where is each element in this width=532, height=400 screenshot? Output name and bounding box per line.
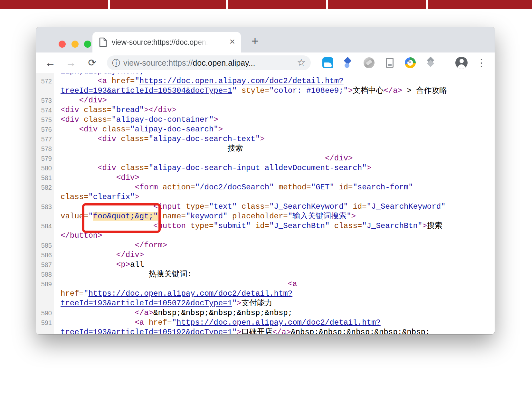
window-zoom-button[interactable] — [84, 41, 91, 48]
syntax-attr-name: class= — [242, 202, 269, 211]
syntax-tag: > — [158, 73, 162, 76]
source-line: value="foo&quot;&gt;" name="keyword" pla… — [36, 212, 495, 221]
code-text: <div> — [54, 173, 495, 183]
line-number: 579 — [36, 154, 54, 163]
syntax-attr-name: value= — [61, 212, 88, 221]
icon-shape — [342, 57, 353, 68]
line-number — [36, 299, 54, 308]
code-text: treeId=193&articleId=105304&docType=1" s… — [54, 86, 495, 96]
syntax-attr-value: "search-form" — [353, 183, 413, 192]
syntax-attr-name: placeholder= — [232, 212, 288, 221]
code-text: 12px;display:none; "> — [54, 73, 495, 76]
extension-icon-3[interactable] — [363, 56, 375, 69]
code-text: </a>&nbsp;&nbsp;&nbsp;&nbsp;&nbsp; — [54, 308, 495, 318]
plain-text — [237, 202, 241, 211]
view-source-pane[interactable]: 12px;display:none; ">572 <a href="https:… — [36, 73, 495, 334]
banner-gap — [108, 0, 110, 9]
source-line: 583 <input type="text" class="J_SearchKe… — [36, 202, 495, 212]
hyperlink[interactable]: treeId=193&articleId=105192&docType=1 — [61, 328, 232, 334]
new-tab-button[interactable]: + — [249, 35, 261, 48]
plain-text: all — [130, 260, 144, 269]
url-host: doc.open.alipay... — [193, 58, 255, 67]
plain-text — [158, 212, 162, 221]
source-line: treeId=193&articleId=105072&docType=1">支… — [36, 299, 495, 308]
source-line: 584 <button type="submit" id="J_SearchBt… — [36, 221, 495, 231]
source-line: treeId=193&articleId=105304&docType=1" s… — [36, 86, 495, 96]
extension-icon-2[interactable] — [341, 56, 354, 69]
code-text: <div class="alipay-doc-search"> — [54, 125, 495, 134]
back-icon[interactable]: ← — [43, 56, 57, 70]
plain-text: 口碑开店 — [242, 328, 272, 334]
syntax-attr-value: "bread" — [111, 106, 144, 114]
code-text: </div> — [54, 154, 495, 163]
url-scheme: view-source:https:// — [123, 58, 193, 67]
icon-shape — [425, 57, 436, 68]
indent — [61, 135, 98, 143]
line-number: 587 — [36, 260, 54, 270]
syntax-tag: <a — [98, 77, 111, 85]
reload-icon[interactable]: ⟳ — [85, 56, 99, 70]
extension-icon-6[interactable] — [424, 56, 437, 69]
syntax-attr-value: "keyword" — [186, 212, 228, 221]
code-text: <input type="text" class="J_SearchKeywor… — [54, 202, 495, 212]
extension-icon-5[interactable]: ✎ — [404, 56, 417, 69]
indent — [61, 144, 227, 153]
line-number: 573 — [36, 96, 54, 105]
code-text: <button type="submit" id="J_SearchBtn" c… — [54, 221, 495, 231]
code-text: <p>all — [54, 260, 495, 270]
extension-icon-4[interactable] — [383, 56, 396, 69]
profile-avatar-icon[interactable] — [455, 57, 468, 69]
indent — [61, 251, 116, 259]
window-minimize-button[interactable] — [71, 41, 79, 48]
indent — [61, 202, 153, 211]
plain-text: 文档中心 — [353, 86, 384, 95]
syntax-attr-name: class= — [121, 164, 148, 172]
indent — [61, 270, 149, 279]
syntax-tag: <button — [153, 222, 190, 230]
icon-shape — [322, 57, 333, 68]
indent — [61, 318, 135, 327]
plain-text — [413, 183, 418, 192]
indent — [61, 96, 79, 105]
syntax-tag: </div> — [79, 96, 107, 105]
line-number: 586 — [36, 250, 54, 260]
syntax-attr-value: "alipay-doc-search-text" — [149, 135, 260, 143]
syntax-tag: > — [237, 299, 241, 308]
browser-tab[interactable]: view-source:https://doc.open.a × — [92, 32, 241, 52]
syntax-attr-value: " — [172, 318, 176, 327]
syntax-attr-value: "text" — [209, 202, 237, 211]
hyperlink[interactable]: https://doc.open.alipay.com/doc2/detail.… — [139, 77, 344, 85]
indent — [61, 222, 153, 230]
line-number — [36, 289, 54, 299]
bookmark-star-icon[interactable]: ☆ — [297, 55, 306, 70]
hyperlink[interactable]: treeId=193&articleId=105304&docType=1 — [61, 86, 232, 95]
syntax-attr-name: id= — [339, 183, 353, 192]
plain-text — [228, 212, 232, 221]
window-close-button[interactable] — [59, 41, 66, 48]
source-line: 574<div class="bread"></div> — [36, 105, 495, 115]
syntax-attr-value: "J_SearchBtn" — [362, 222, 422, 230]
browser-menu-icon[interactable]: ⋮ — [476, 56, 487, 70]
page-info-icon[interactable]: ⓘ — [112, 58, 120, 68]
plain-text: 搜索 — [227, 144, 243, 153]
syntax-attr-name: action= — [163, 183, 195, 192]
address-bar[interactable]: ⓘ view-source:https://doc.open.alipay...… — [107, 55, 311, 70]
extension-icon-1[interactable] — [321, 56, 334, 69]
hyperlink[interactable]: https://doc.open.alipay.com/doc2/detail.… — [88, 289, 292, 298]
source-line: 582 <form action="/doc2/docSearch" metho… — [36, 183, 495, 192]
syntax-attr-value: "alipay-doc-container" — [111, 115, 214, 124]
source-line: 589 <a — [36, 279, 495, 289]
indent — [61, 164, 98, 172]
code-text: </div> — [54, 96, 495, 105]
indent — [61, 183, 135, 192]
syntax-attr-name: id= — [255, 222, 269, 230]
plain-text — [274, 183, 279, 192]
code-text: 搜索 — [54, 144, 495, 154]
syntax-attr-value: "submit" — [214, 222, 251, 230]
syntax-tag: </button> — [61, 231, 102, 240]
plain-text — [251, 222, 255, 230]
hyperlink[interactable]: treeId=193&articleId=105072&docType=1 — [61, 299, 232, 308]
line-number — [36, 231, 54, 241]
hyperlink[interactable]: https://doc.open.alipay.com/doc2/detail.… — [176, 318, 381, 327]
tab-close-icon[interactable]: × — [229, 32, 235, 52]
